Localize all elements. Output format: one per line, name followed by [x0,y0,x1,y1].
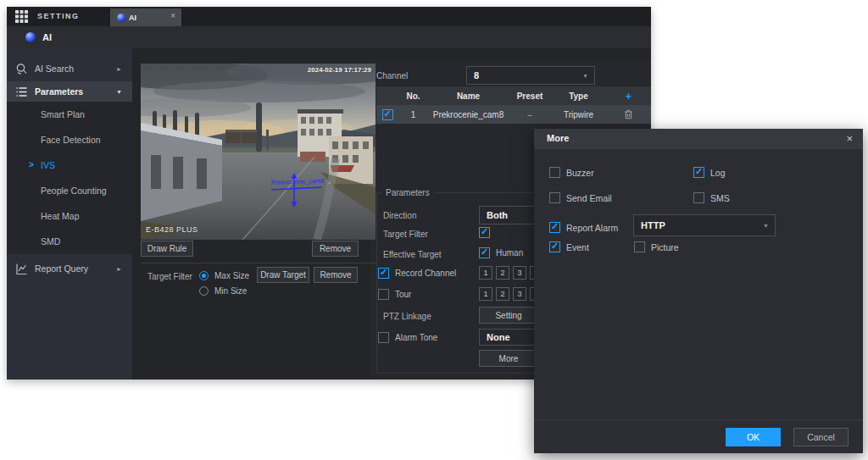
tour-channel-3[interactable]: 3 [513,287,526,301]
col-preset: Preset [509,91,551,101]
chevron-right-icon: ► [116,266,122,272]
alarm-tone-checkbox[interactable] [378,332,389,343]
ptz-linkage-label: PTZ Linkage [383,312,431,321]
parameters-list-icon [15,86,28,98]
tour-channel-1[interactable]: 1 [479,287,492,301]
log-checkbox[interactable] [693,167,704,178]
submenu-item-heat-map[interactable]: Heat Map [41,211,80,221]
rules-table-header: No. Name Preset Type + [376,86,651,105]
dialog-footer-divider [534,419,863,420]
screen: SETTING AI × AI AI Search ► [0,0,868,460]
min-size-label: Min Size [214,286,247,296]
more-button[interactable]: More [479,350,538,367]
sidebar-item-ai-search[interactable]: AI Search ► [7,58,132,79]
target-filter-checkbox[interactable] [479,227,490,238]
channel-dropdown[interactable]: 8 ▼ [466,66,595,85]
draw-rule-button[interactable]: Draw Rule [141,241,193,257]
parameters-legend: Parameters [381,188,434,197]
ai-sphere-icon [25,32,36,42]
cancel-button[interactable]: Cancel [793,428,849,446]
app-title: SETTING [37,12,80,20]
page-title-bar: AI [7,26,651,49]
submenu-item-ivs[interactable]: IVS [41,160,55,170]
buzzer-checkbox[interactable] [549,167,560,178]
send-email-label: Send Email [566,193,612,203]
report-alarm-label: Report Alarm [566,223,618,233]
dialog-title: More [547,133,569,143]
remove-rule-button[interactable]: Remove [312,241,359,257]
sidebar-item-label: AI Search [35,64,74,74]
sidebar-item-label: Parameters [35,86,83,97]
max-size-radio[interactable] [199,271,209,280]
record-channel-checkbox[interactable] [378,268,389,279]
tab-close-icon[interactable]: × [170,11,175,20]
submenu-item-smd[interactable]: SMD [41,236,60,247]
table-row[interactable]: 1 Prekrocenie_cam8 – Tripwire [376,105,651,124]
row-type: Tripwire [551,110,606,119]
col-no: No. [398,91,428,101]
report-alarm-checkbox[interactable] [549,222,560,233]
channel-value: 8 [474,70,479,80]
ok-button[interactable]: OK [726,428,781,446]
buzzer-label: Buzzer [566,168,594,178]
log-label: Log [710,168,726,178]
picture-checkbox[interactable] [634,241,645,252]
tab-label: AI [129,14,136,22]
col-name: Name [428,91,509,101]
alarm-tone-label: Alarm Tone [395,333,437,342]
delete-rule-icon[interactable] [606,109,651,119]
sidebar-item-label: Report Query [35,263,88,274]
parameters-submenu: Smart Plan Face Detection > IVS People C… [7,102,132,254]
direction-dropdown[interactable]: Both [479,206,538,224]
tour-label: Tour [395,290,411,299]
page-title: AI [42,32,52,42]
col-type: Type [551,91,606,101]
alarm-tone-dropdown[interactable]: None [479,329,538,346]
dropdown-arrow-icon: ▼ [582,73,588,79]
apps-grid-icon[interactable] [15,10,28,23]
alarm-tone-value: None [487,332,510,342]
add-rule-icon[interactable]: + [606,90,651,103]
divider [141,263,376,263]
direction-value: Both [487,210,508,220]
video-camera-label: E-B428 PLUS [146,225,198,234]
max-size-label: Max Size [214,271,249,280]
direction-label: Direction [383,211,416,220]
remove-target-button[interactable]: Remove [314,267,358,283]
sms-label: SMS [710,193,730,203]
event-label: Event [566,242,589,252]
sidebar-item-report-query[interactable]: Report Query ► [7,258,132,279]
sidebar-item-parameters[interactable]: Parameters ▼ [7,81,132,102]
active-item-marker: > [29,160,34,169]
dropdown-arrow-icon: ▼ [763,223,769,229]
report-alarm-dropdown[interactable]: HTTP ▼ [633,214,776,236]
camera-preview-canvas[interactable]: Prekrocenie_cam8 2024-02-19 17:17:29 E-B… [141,64,376,240]
effective-target-label: Effective Target [383,250,442,259]
human-checkbox[interactable] [479,247,490,258]
human-label: Human [496,248,523,258]
tab-ai[interactable]: AI × [110,8,181,26]
channel-label: Channel [376,71,408,80]
dialog-close-icon[interactable]: × [846,132,853,145]
record-channel-1[interactable]: 1 [479,266,492,280]
record-channel-2[interactable]: 2 [496,266,509,280]
min-size-radio[interactable] [199,286,209,296]
submenu-item-face-detection[interactable]: Face Detection [41,135,101,145]
submenu-item-people-counting[interactable]: People Counting [41,186,107,196]
submenu-item-smart-plan[interactable]: Smart Plan [41,109,85,119]
send-email-checkbox[interactable] [549,192,560,203]
ptz-setting-button[interactable]: Setting [479,307,538,324]
tour-checkbox[interactable] [378,289,389,300]
target-filter-label: Target Filter [147,272,192,281]
chevron-down-icon: ▼ [116,89,122,95]
row-checkbox[interactable] [382,109,393,120]
chevron-right-icon: ► [116,66,122,72]
draw-target-button[interactable]: Draw Target [257,267,309,283]
ai-search-icon [15,63,28,75]
tour-channel-2[interactable]: 2 [496,287,509,301]
event-checkbox[interactable] [549,241,560,252]
record-channel-3[interactable]: 3 [513,266,526,280]
sms-checkbox[interactable] [693,192,704,203]
sidebar: AI Search ► Parameters ▼ Smart Plan Face… [7,48,132,380]
more-dialog: More × Buzzer Log Send Email SMS Report … [534,129,863,453]
